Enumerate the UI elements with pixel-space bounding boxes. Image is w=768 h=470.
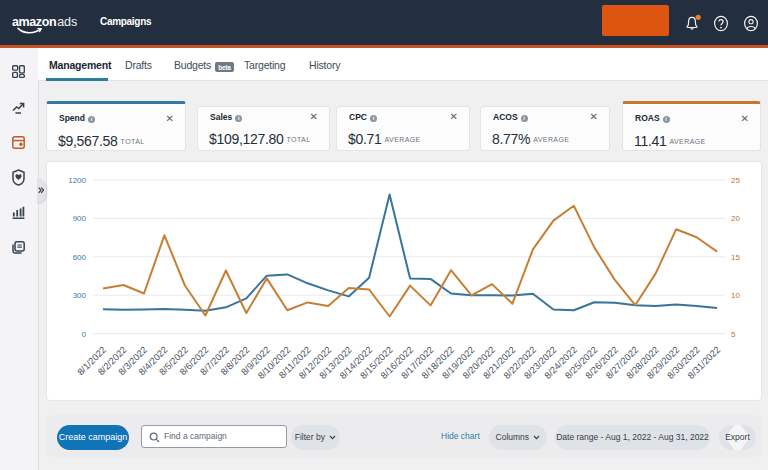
svg-text:15: 15 bbox=[731, 253, 740, 262]
svg-text:600: 600 bbox=[73, 253, 87, 262]
svg-text:300: 300 bbox=[73, 291, 87, 300]
svg-text:25: 25 bbox=[731, 176, 740, 185]
svg-text:10: 10 bbox=[731, 291, 740, 300]
svg-text:20: 20 bbox=[731, 214, 740, 223]
svg-text:0: 0 bbox=[82, 330, 87, 339]
svg-text:5: 5 bbox=[731, 330, 736, 339]
svg-text:900: 900 bbox=[73, 214, 87, 223]
svg-text:1200: 1200 bbox=[68, 176, 86, 185]
